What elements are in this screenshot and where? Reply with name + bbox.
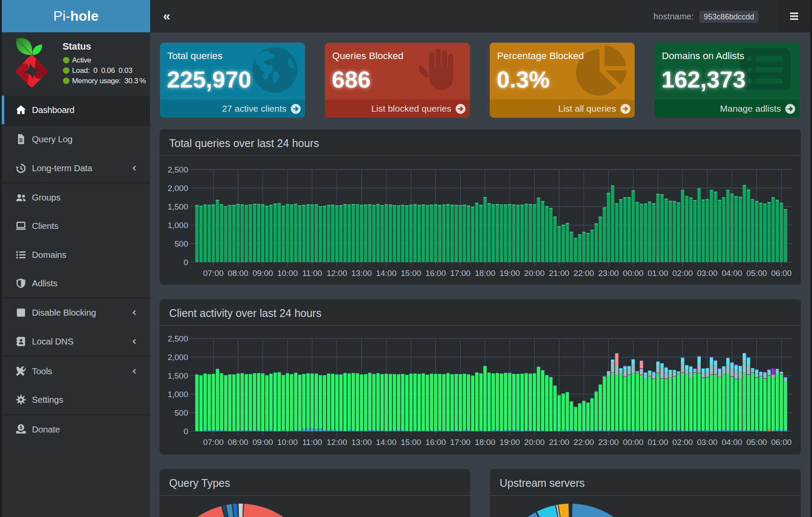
svg-text:07:00: 07:00 <box>203 438 224 447</box>
svg-text:04:00: 04:00 <box>722 438 743 447</box>
svg-text:02:00: 02:00 <box>672 438 693 447</box>
svg-text:19:00: 19:00 <box>500 438 520 447</box>
svg-text:01:00: 01:00 <box>648 438 668 447</box>
svg-text:23:00: 23:00 <box>598 438 619 447</box>
svg-text:1,500: 1,500 <box>167 371 188 380</box>
svg-text:08:00: 08:00 <box>228 269 249 278</box>
svg-text:10:00: 10:00 <box>277 438 298 447</box>
svg-text:18:00: 18:00 <box>475 438 495 447</box>
svg-text:02:00: 02:00 <box>672 269 693 278</box>
svg-text:09:00: 09:00 <box>252 438 273 447</box>
svg-text:14:00: 14:00 <box>376 269 397 278</box>
svg-text:09:00: 09:00 <box>252 269 273 278</box>
svg-text:03:00: 03:00 <box>697 438 718 447</box>
svg-text:21:00: 21:00 <box>549 438 570 447</box>
svg-text:15:00: 15:00 <box>401 269 422 278</box>
svg-text:11:00: 11:00 <box>302 438 322 447</box>
svg-text:1,000: 1,000 <box>167 390 188 399</box>
svg-text:11:00: 11:00 <box>302 269 322 278</box>
svg-text:21:00: 21:00 <box>549 269 570 278</box>
svg-text:16:00: 16:00 <box>425 269 446 278</box>
svg-text:1,000: 1,000 <box>167 221 188 230</box>
svg-text:12:00: 12:00 <box>327 269 347 278</box>
svg-text:06:00: 06:00 <box>771 438 792 447</box>
svg-text:00:00: 00:00 <box>623 269 644 278</box>
svg-text:1,500: 1,500 <box>167 202 188 211</box>
svg-text:04:00: 04:00 <box>722 269 743 278</box>
svg-text:14:00: 14:00 <box>376 438 397 447</box>
svg-text:17:00: 17:00 <box>450 438 471 447</box>
svg-text:23:00: 23:00 <box>598 269 619 278</box>
svg-text:2,000: 2,000 <box>167 184 188 193</box>
svg-text:0: 0 <box>183 258 188 267</box>
svg-text:17:00: 17:00 <box>450 269 471 278</box>
svg-text:2,500: 2,500 <box>167 334 188 343</box>
svg-text:05:00: 05:00 <box>746 438 767 447</box>
svg-text:2,500: 2,500 <box>167 165 188 174</box>
svg-text:2,000: 2,000 <box>167 353 188 362</box>
svg-text:13:00: 13:00 <box>351 269 372 278</box>
svg-text:20:00: 20:00 <box>524 438 545 447</box>
svg-text:0: 0 <box>183 427 188 436</box>
svg-text:12:00: 12:00 <box>327 438 347 447</box>
svg-text:18:00: 18:00 <box>475 269 495 278</box>
svg-text:10:00: 10:00 <box>277 269 298 278</box>
svg-text:01:00: 01:00 <box>648 269 668 278</box>
svg-text:15:00: 15:00 <box>401 438 422 447</box>
svg-text:500: 500 <box>174 239 188 248</box>
svg-text:16:00: 16:00 <box>425 438 446 447</box>
svg-text:05:00: 05:00 <box>746 269 767 278</box>
svg-text:19:00: 19:00 <box>500 269 520 278</box>
svg-text:00:00: 00:00 <box>623 438 644 447</box>
svg-text:500: 500 <box>174 408 188 417</box>
svg-text:06:00: 06:00 <box>771 269 792 278</box>
svg-text:22:00: 22:00 <box>573 438 594 447</box>
svg-text:20:00: 20:00 <box>524 269 545 278</box>
svg-text:03:00: 03:00 <box>697 269 718 278</box>
svg-text:07:00: 07:00 <box>203 269 224 278</box>
svg-text:08:00: 08:00 <box>228 438 249 447</box>
svg-text:13:00: 13:00 <box>351 438 372 447</box>
svg-text:22:00: 22:00 <box>573 269 594 278</box>
